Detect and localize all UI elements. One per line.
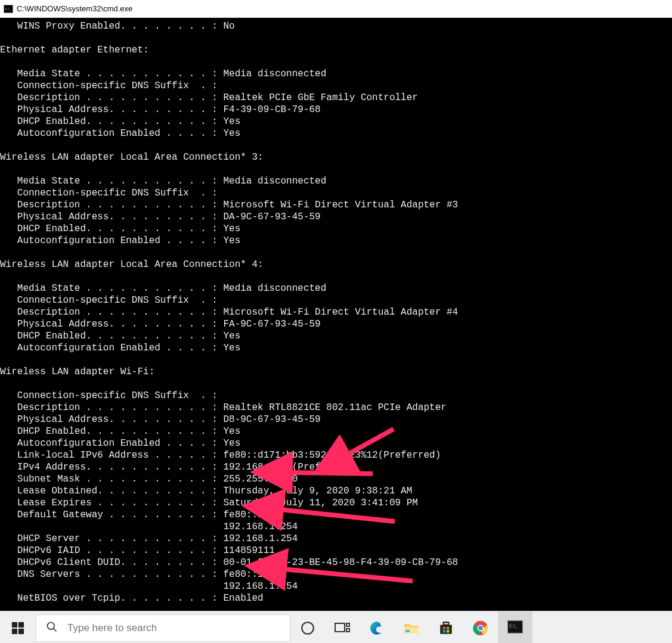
cortana-icon (300, 620, 315, 636)
svg-rect-4 (18, 622, 24, 627)
taskbar-tray: C:\_ (290, 611, 532, 643)
windows-logo-icon (11, 622, 24, 635)
search-input[interactable] (66, 622, 247, 635)
chrome-button[interactable] (463, 611, 498, 643)
svg-rect-18 (447, 626, 449, 629)
svg-rect-10 (335, 623, 345, 632)
svg-text:C:\_: C:\_ (5, 7, 12, 11)
search-box[interactable] (36, 614, 290, 642)
cortana-button[interactable] (290, 611, 325, 643)
edge-button[interactable] (360, 611, 394, 643)
svg-point-9 (302, 622, 314, 634)
svg-line-8 (54, 628, 57, 631)
svg-rect-17 (443, 626, 445, 629)
ms-store-icon (438, 620, 454, 636)
svg-rect-3 (12, 622, 17, 627)
svg-point-23 (478, 626, 483, 630)
file-explorer-button[interactable] (394, 611, 429, 643)
file-explorer-icon (404, 620, 419, 636)
taskview-icon (335, 620, 350, 636)
window-title: C:\WINDOWS\system32\cmd.exe (17, 4, 132, 13)
svg-point-7 (48, 622, 55, 629)
titlebar[interactable]: C:\_ C:\WINDOWS\system32\cmd.exe (0, 0, 672, 18)
svg-rect-5 (12, 628, 17, 633)
taskbar: C:\_ (0, 611, 672, 643)
svg-text:C:\_: C:\_ (509, 623, 517, 629)
cmd-icon: C:\_ (4, 5, 13, 13)
start-button[interactable] (0, 611, 36, 643)
svg-rect-19 (443, 630, 445, 632)
svg-rect-12 (346, 629, 349, 632)
cmd-taskbar-button[interactable]: C:\_ (498, 611, 532, 644)
svg-rect-14 (405, 630, 410, 632)
search-icon (46, 621, 58, 635)
cmd-icon: C:\_ (507, 619, 523, 635)
svg-rect-15 (440, 625, 452, 633)
edge-icon (369, 620, 385, 636)
terminal-area[interactable]: WINS Proxy Enabled. . . . . . . . : No E… (0, 18, 672, 611)
svg-rect-20 (447, 630, 449, 632)
ms-store-button[interactable] (429, 611, 463, 643)
svg-rect-6 (18, 628, 24, 633)
svg-rect-11 (346, 623, 349, 626)
taskview-button[interactable] (325, 611, 360, 643)
terminal-output: WINS Proxy Enabled. . . . . . . . : No E… (0, 18, 672, 604)
chrome-icon (473, 620, 488, 636)
svg-rect-16 (444, 622, 449, 625)
